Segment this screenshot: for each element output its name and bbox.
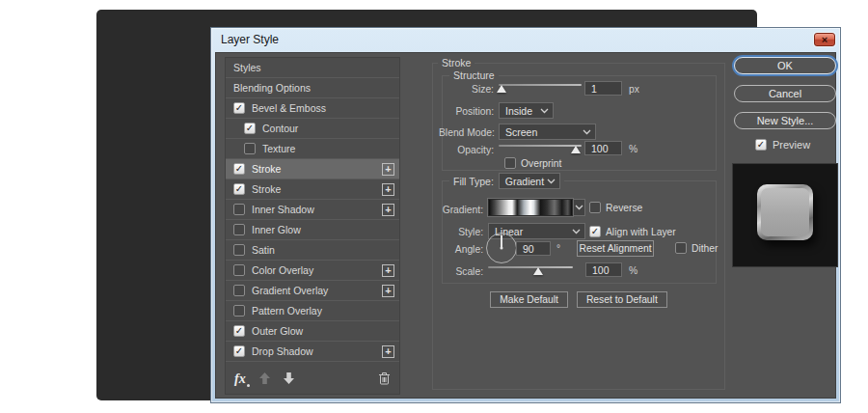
scale-input[interactable]: 100 xyxy=(585,262,622,277)
sidebar-item-blending-options[interactable]: Blending Options xyxy=(226,78,399,98)
blend-mode-value: Screen xyxy=(505,126,537,138)
trash-icon xyxy=(378,372,391,385)
sidebar-item-bevel-emboss[interactable]: ✓ Bevel & Emboss xyxy=(226,98,399,119)
add-effect-button[interactable]: + xyxy=(382,264,394,277)
scale-slider[interactable] xyxy=(488,262,573,277)
layer-style-dialog: Layer Style × Styles Blending Options ✓ xyxy=(210,27,841,403)
blend-mode-select[interactable]: Screen xyxy=(499,124,596,140)
sidebar-item-label: Drop Shadow xyxy=(252,345,313,357)
fill-type-select[interactable]: Gradient xyxy=(499,173,560,189)
check-icon: ✓ xyxy=(235,103,243,113)
size-input[interactable]: 1 xyxy=(584,81,622,96)
move-effect-up-button[interactable] xyxy=(259,372,270,384)
gradient-swatch[interactable] xyxy=(488,199,573,216)
styles-sidebar: Styles Blending Options ✓ Bevel & Emboss… xyxy=(225,57,400,395)
dialog-titlebar[interactable]: Layer Style × xyxy=(211,28,840,52)
sidebar-item-stroke-selected[interactable]: ✓ Stroke + xyxy=(226,159,399,179)
scale-unit: % xyxy=(629,265,637,276)
sidebar-item-outer-glow[interactable]: ✓ Outer Glow xyxy=(226,321,399,342)
preview-button-bevel xyxy=(757,184,813,240)
checkbox-unchecked[interactable] xyxy=(233,285,245,296)
stroke-settings-panel: Stroke Structure Size: 1 px Position: xyxy=(432,63,725,390)
sidebar-item-label: Inner Shadow xyxy=(252,204,314,215)
add-effect-button[interactable]: + xyxy=(382,163,394,176)
sidebar-item-pattern-overlay[interactable]: Pattern Overlay xyxy=(226,301,399,321)
angle-dial[interactable] xyxy=(486,233,517,263)
sidebar-item-label: Outer Glow xyxy=(252,325,303,337)
checkbox-unchecked[interactable] xyxy=(233,224,245,235)
close-icon: × xyxy=(822,35,827,45)
checkbox-unchecked[interactable] xyxy=(233,305,245,317)
checkbox-checked[interactable]: ✓ xyxy=(233,163,245,175)
add-effect-button[interactable]: + xyxy=(382,345,394,358)
delete-effect-button[interactable] xyxy=(378,372,391,385)
check-icon: ✓ xyxy=(235,326,243,336)
checkbox-checked[interactable]: ✓ xyxy=(233,102,245,114)
preview-checkbox[interactable]: ✓ xyxy=(755,139,767,151)
size-slider[interactable] xyxy=(499,80,582,95)
checkbox-checked[interactable]: ✓ xyxy=(233,183,245,195)
check-icon: ✓ xyxy=(757,140,765,150)
sidebar-item-texture[interactable]: Texture xyxy=(226,139,399,159)
checkbox-unchecked[interactable] xyxy=(233,204,245,215)
overprint-checkbox[interactable] xyxy=(504,157,516,169)
opacity-input[interactable]: 100 xyxy=(584,141,622,155)
add-effect-button[interactable]: + xyxy=(382,183,394,196)
sidebar-item-color-overlay[interactable]: Color Overlay + xyxy=(226,261,399,281)
plus-icon: + xyxy=(385,205,391,215)
slider-track[interactable] xyxy=(499,84,582,86)
align-with-layer-option: ✓ Align with Layer xyxy=(589,226,676,237)
reset-alignment-button[interactable]: Reset Alignment xyxy=(577,240,654,257)
dialog-title: Layer Style xyxy=(221,33,279,46)
sidebar-item-label: Color Overlay xyxy=(252,264,313,276)
gradient-picker-arrow[interactable] xyxy=(573,199,585,216)
sidebar-item-contour[interactable]: ✓ Contour xyxy=(226,119,399,139)
checkbox-checked[interactable]: ✓ xyxy=(244,123,256,134)
sidebar-item-inner-shadow[interactable]: Inner Shadow + xyxy=(226,200,399,220)
position-select[interactable]: Inside xyxy=(499,102,554,119)
plus-icon: + xyxy=(385,265,391,276)
new-style-button[interactable]: New Style... xyxy=(734,112,836,129)
dither-checkbox[interactable] xyxy=(675,242,687,254)
checkbox-unchecked[interactable] xyxy=(233,264,245,276)
sidebar-item-styles[interactable]: Styles xyxy=(226,58,399,78)
close-button[interactable]: × xyxy=(814,33,835,46)
plus-icon: + xyxy=(385,346,391,357)
checkbox-checked[interactable]: ✓ xyxy=(233,325,245,337)
opacity-slider[interactable] xyxy=(499,141,582,155)
make-default-button[interactable]: Make Default xyxy=(490,291,568,308)
sidebar-item-gradient-overlay[interactable]: Gradient Overlay + xyxy=(226,281,399,301)
add-effect-button[interactable]: + xyxy=(382,285,394,297)
add-effect-button[interactable]: + xyxy=(382,204,394,216)
checkbox-unchecked[interactable] xyxy=(233,244,245,256)
slider-thumb[interactable] xyxy=(497,85,506,93)
sidebar-item-stroke-2[interactable]: ✓ Stroke + xyxy=(226,179,399,200)
arrow-up-icon xyxy=(259,372,270,384)
sidebar-item-satin[interactable]: Satin xyxy=(226,240,399,261)
fx-icon[interactable]: fx xyxy=(234,370,246,387)
preview-label: Preview xyxy=(773,139,810,151)
style-label: Style: xyxy=(437,227,483,237)
slider-thumb[interactable] xyxy=(533,267,543,275)
sidebar-item-label: Gradient Overlay xyxy=(252,285,328,296)
reverse-checkbox[interactable] xyxy=(589,202,601,213)
reset-to-default-button[interactable]: Reset to Default xyxy=(577,291,667,308)
sidebar-item-inner-glow[interactable]: Inner Glow xyxy=(226,220,399,240)
sidebar-item-drop-shadow[interactable]: ✓ Drop Shadow + xyxy=(226,342,399,362)
sidebar-item-label: Texture xyxy=(262,143,295,154)
preview-button-face xyxy=(761,188,809,236)
slider-track[interactable] xyxy=(499,145,582,147)
checkbox-checked[interactable]: ✓ xyxy=(233,345,245,357)
fx-dot xyxy=(247,384,250,387)
align-with-layer-checkbox[interactable]: ✓ xyxy=(589,226,601,237)
angle-input[interactable]: 90 xyxy=(516,241,551,256)
slider-thumb[interactable] xyxy=(571,146,581,153)
cancel-button[interactable]: Cancel xyxy=(734,85,836,102)
slider-track[interactable] xyxy=(488,266,573,268)
checkbox-unchecked[interactable] xyxy=(244,143,256,154)
gradient-label: Gradient: xyxy=(437,205,483,215)
ok-button[interactable]: OK xyxy=(734,57,836,74)
move-effect-down-button[interactable] xyxy=(284,372,294,384)
position-value: Inside xyxy=(505,105,532,117)
position-label: Position: xyxy=(443,106,494,117)
